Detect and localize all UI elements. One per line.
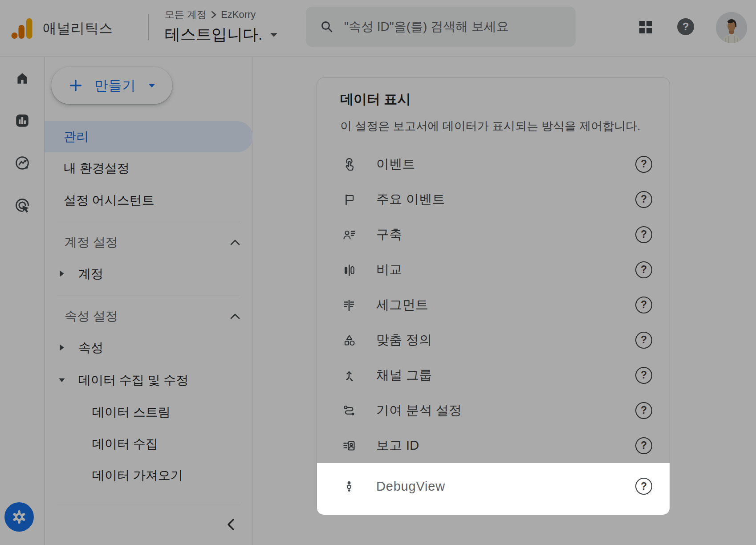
admin-side-nav: 만들기 관리 내 환경설정 설정 어시스턴트 계정 설정 계정 (45, 57, 252, 545)
help-icon[interactable]: ? (635, 191, 652, 208)
help-icon[interactable]: ? (635, 226, 652, 243)
tree-item-data-streams[interactable]: 데이터 스트림 (45, 396, 252, 428)
attribution-route-icon (342, 403, 356, 418)
breadcrumb: 모든 계정 EzKorry 테스트입니다. (165, 8, 279, 45)
triangle-down-icon (59, 378, 65, 382)
home-icon (14, 70, 30, 86)
tree-item-data-import[interactable]: 데이터 가져오기 (45, 460, 252, 491)
breadcrumb-all-accounts[interactable]: 모든 계정 (165, 8, 207, 21)
rail-item-advertising[interactable] (0, 184, 45, 226)
help-glyph: ? (641, 158, 647, 170)
debug-path-icon (342, 479, 356, 493)
divider (57, 296, 240, 296)
search-input[interactable] (344, 20, 562, 34)
tree-item-data-collection-sub[interactable]: 데이터 수집 (45, 428, 252, 460)
rail-item-home[interactable] (0, 57, 45, 99)
tree-item-label: 속성 (78, 339, 103, 356)
triangle-right-icon (59, 344, 65, 351)
sidenav-item-setup-assistant[interactable]: 설정 어시스턴트 (45, 184, 252, 216)
tree-item-data-collection[interactable]: 데이터 수집 및 수정 (45, 364, 252, 396)
sidenav-item-preferences[interactable]: 내 환경설정 (45, 152, 252, 184)
list-item-attribution-settings[interactable]: 기여 분석 설정 ? (317, 393, 670, 428)
flag-icon (342, 192, 356, 207)
chevron-up-icon (230, 239, 240, 246)
help-glyph: ? (641, 334, 647, 346)
ga-admin-screen: 애널리틱스 모든 계정 EzKorry 테스트입니다. (0, 0, 756, 545)
section-label: 속성 설정 (65, 308, 118, 325)
search-bar (306, 7, 576, 47)
help-glyph: ? (641, 193, 647, 205)
chevron-right-icon (210, 10, 217, 20)
sidenav-item-label: 관리 (64, 128, 89, 145)
analytics-logo-icon (11, 16, 35, 41)
reporting-id-badge-icon (342, 439, 356, 453)
settings-list: 이벤트 ? 주요 이벤트 ? (317, 146, 670, 515)
main-content: 데이터 표시 이 설정은 보고서에 데이터가 표시되는 방식을 제어합니다. 이… (252, 57, 756, 545)
help-icon[interactable]: ? (635, 156, 652, 173)
chevron-up-icon (230, 313, 240, 320)
list-item-reporting-identity[interactable]: 보고 ID ? (317, 428, 670, 463)
list-item-label: 구축 (376, 226, 402, 244)
property-switcher[interactable]: 테스트입니다. (165, 24, 279, 45)
header-divider (148, 14, 149, 40)
help-icon[interactable]: ? (635, 332, 652, 349)
analytics-logo-home-link[interactable]: 애널리틱스 (11, 0, 113, 57)
breadcrumb-account[interactable]: EzKorry (221, 9, 256, 20)
create-button[interactable]: 만들기 (51, 67, 172, 104)
help-icon[interactable]: ? (635, 261, 652, 278)
rail-item-explore[interactable] (0, 142, 45, 184)
list-item-label: 채널 그룹 (376, 366, 432, 384)
section-header-property-settings[interactable]: 속성 설정 (45, 301, 252, 331)
list-item-key-events[interactable]: 주요 이벤트 ? (317, 182, 670, 217)
help-glyph: ? (641, 480, 647, 492)
help-glyph: ? (641, 228, 647, 240)
sidenav-item-label: 설정 어시스턴트 (64, 192, 154, 209)
help-icon[interactable]: ? (635, 402, 652, 419)
left-rail (0, 57, 45, 545)
list-item-comparisons[interactable]: 비교 ? (317, 252, 670, 287)
admin-settings-button[interactable] (4, 502, 34, 532)
sidenav-item-label: 내 환경설정 (64, 160, 130, 177)
help-icon[interactable]: ? (635, 437, 652, 454)
section-header-account-settings[interactable]: 계정 설정 (45, 228, 252, 257)
tap-icon (342, 157, 356, 171)
list-item-segments[interactable]: 세그먼트 ? (317, 287, 670, 322)
plus-icon (68, 78, 83, 93)
advertising-icon (13, 196, 31, 214)
account-avatar[interactable] (716, 12, 747, 43)
divider (57, 222, 240, 222)
list-item-custom-definitions[interactable]: 맞춤 정의 ? (317, 322, 670, 358)
section-label: 계정 설정 (65, 234, 118, 251)
list-item-debugview[interactable]: DebugView ? (317, 463, 670, 515)
help-icon[interactable]: ? (635, 478, 652, 495)
tree-item-account[interactable]: 계정 (45, 257, 252, 290)
tree-item-label: 데이터 가져오기 (92, 467, 183, 484)
list-item-channel-groups[interactable]: 채널 그룹 ? (317, 358, 670, 393)
category-shapes-icon (342, 333, 356, 347)
help-icon[interactable]: ? (635, 367, 652, 384)
list-item-label: 비교 (376, 261, 402, 279)
collapse-nav-button[interactable] (221, 514, 242, 535)
help-icon[interactable]: ? (635, 297, 652, 313)
help-glyph: ? (683, 20, 689, 33)
rail-item-reports[interactable] (0, 99, 45, 142)
explore-icon (14, 155, 31, 171)
data-display-card: 데이터 표시 이 설정은 보고서에 데이터가 표시되는 방식을 제어합니다. 이… (317, 77, 670, 514)
list-item-events[interactable]: 이벤트 ? (317, 146, 670, 182)
compare-bars-icon (342, 263, 356, 277)
apps-grid-icon[interactable] (639, 20, 652, 34)
tree-item-label: 데이터 수집 및 수정 (78, 372, 188, 389)
list-item-label: 기여 분석 설정 (376, 402, 462, 419)
caret-down-icon (269, 32, 279, 38)
triangle-right-icon (59, 270, 65, 277)
card-description: 이 설정은 보고서에 데이터가 표시되는 방식을 제어합니다. (340, 119, 646, 133)
list-item-audiences[interactable]: 구축 ? (317, 217, 670, 252)
product-name: 애널리틱스 (43, 19, 113, 38)
caret-down-icon (148, 83, 156, 88)
tree-item-property[interactable]: 속성 (45, 331, 252, 364)
list-item-label: DebugView (376, 479, 445, 494)
merge-arrow-icon (342, 368, 356, 382)
chevron-left-icon (224, 517, 239, 532)
help-icon[interactable]: ? (677, 18, 694, 35)
sidenav-item-admin[interactable]: 관리 (45, 121, 253, 152)
